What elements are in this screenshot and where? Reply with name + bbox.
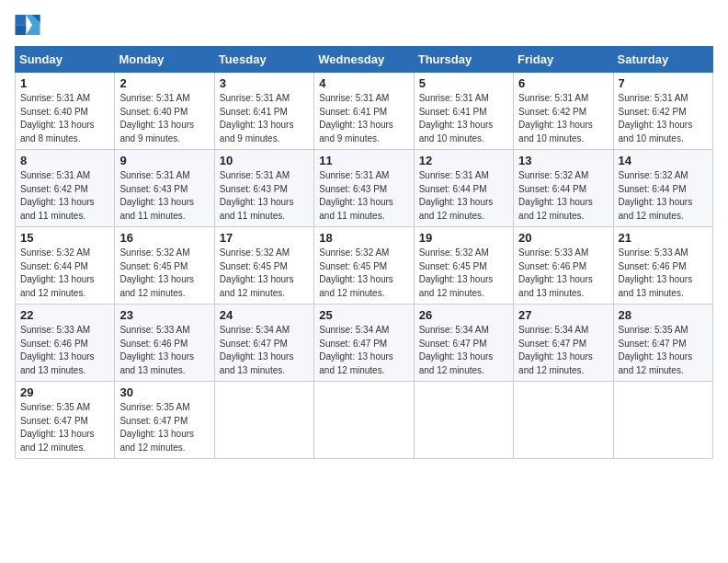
day-info: Sunrise: 5:32 AMSunset: 6:44 PMDaylight:… <box>20 247 95 298</box>
day-number: 19 <box>419 231 508 245</box>
day-info: Sunrise: 5:34 AMSunset: 6:47 PMDaylight:… <box>419 325 494 375</box>
calendar-day-cell: 25Sunrise: 5:34 AMSunset: 6:47 PMDayligh… <box>314 304 414 382</box>
calendar-day-cell: 30Sunrise: 5:35 AMSunset: 6:47 PMDayligh… <box>115 382 214 459</box>
day-number: 3 <box>220 76 309 90</box>
calendar-day-cell: 5Sunrise: 5:31 AMSunset: 6:41 PMDaylight… <box>414 73 513 150</box>
day-number: 29 <box>20 385 109 399</box>
day-number: 21 <box>619 231 708 245</box>
day-number: 28 <box>619 308 708 322</box>
day-info: Sunrise: 5:34 AMSunset: 6:47 PMDaylight:… <box>220 325 294 375</box>
day-number: 27 <box>518 308 608 322</box>
day-number: 25 <box>319 308 408 322</box>
day-info: Sunrise: 5:32 AMSunset: 6:44 PMDaylight:… <box>619 170 693 221</box>
calendar-row: 1Sunrise: 5:31 AMSunset: 6:40 PMDaylight… <box>16 73 713 150</box>
logo-icon <box>15 15 40 35</box>
weekday-header-monday: Monday <box>115 47 214 73</box>
day-info: Sunrise: 5:35 AMSunset: 6:47 PMDaylight:… <box>119 402 194 453</box>
day-number: 14 <box>619 154 708 167</box>
calendar-day-cell: 12Sunrise: 5:31 AMSunset: 6:44 PMDayligh… <box>414 150 513 227</box>
day-number: 20 <box>518 231 608 245</box>
day-info: Sunrise: 5:31 AMSunset: 6:42 PMDaylight:… <box>518 93 593 144</box>
calendar-day-cell: 13Sunrise: 5:32 AMSunset: 6:44 PMDayligh… <box>514 150 613 227</box>
day-info: Sunrise: 5:31 AMSunset: 6:41 PMDaylight:… <box>419 93 494 144</box>
day-info: Sunrise: 5:32 AMSunset: 6:45 PMDaylight:… <box>419 247 494 298</box>
calendar-day-cell <box>414 382 513 459</box>
day-number: 5 <box>419 76 508 90</box>
calendar-day-cell: 15Sunrise: 5:32 AMSunset: 6:44 PMDayligh… <box>16 227 115 304</box>
calendar-day-cell: 19Sunrise: 5:32 AMSunset: 6:45 PMDayligh… <box>414 227 513 304</box>
calendar-day-cell: 28Sunrise: 5:35 AMSunset: 6:47 PMDayligh… <box>613 304 712 382</box>
weekday-header-tuesday: Tuesday <box>214 47 313 73</box>
day-number: 26 <box>419 308 508 322</box>
day-info: Sunrise: 5:32 AMSunset: 6:45 PMDaylight:… <box>319 247 393 298</box>
calendar-day-cell: 9Sunrise: 5:31 AMSunset: 6:43 PMDaylight… <box>115 150 214 227</box>
calendar-day-cell <box>613 382 712 459</box>
day-number: 11 <box>319 154 408 167</box>
calendar-table: SundayMondayTuesdayWednesdayThursdayFrid… <box>15 46 713 459</box>
day-number: 8 <box>20 154 109 167</box>
calendar-day-cell: 21Sunrise: 5:33 AMSunset: 6:46 PMDayligh… <box>613 227 712 304</box>
day-info: Sunrise: 5:33 AMSunset: 6:46 PMDaylight:… <box>619 247 693 298</box>
day-info: Sunrise: 5:33 AMSunset: 6:46 PMDaylight:… <box>119 325 194 375</box>
calendar-day-cell: 20Sunrise: 5:33 AMSunset: 6:46 PMDayligh… <box>514 227 613 304</box>
weekday-header-friday: Friday <box>514 47 613 73</box>
calendar-day-cell: 8Sunrise: 5:31 AMSunset: 6:42 PMDaylight… <box>16 150 115 227</box>
weekday-header-saturday: Saturday <box>613 47 712 73</box>
day-info: Sunrise: 5:34 AMSunset: 6:47 PMDaylight:… <box>518 325 593 375</box>
day-number: 10 <box>220 154 309 167</box>
svg-rect-1 <box>15 26 26 35</box>
day-number: 17 <box>220 231 309 245</box>
day-number: 16 <box>119 231 209 245</box>
calendar-day-cell: 26Sunrise: 5:34 AMSunset: 6:47 PMDayligh… <box>414 304 513 382</box>
calendar-day-cell <box>514 382 613 459</box>
day-number: 13 <box>518 154 608 167</box>
calendar-body: 1Sunrise: 5:31 AMSunset: 6:40 PMDaylight… <box>16 73 713 459</box>
weekday-header-sunday: Sunday <box>16 47 115 73</box>
day-number: 4 <box>319 76 408 90</box>
calendar-day-cell: 16Sunrise: 5:32 AMSunset: 6:45 PMDayligh… <box>115 227 214 304</box>
calendar-day-cell <box>314 382 414 459</box>
svg-rect-0 <box>15 15 26 26</box>
calendar-day-cell: 24Sunrise: 5:34 AMSunset: 6:47 PMDayligh… <box>214 304 313 382</box>
page-header <box>15 15 713 35</box>
calendar-row: 8Sunrise: 5:31 AMSunset: 6:42 PMDaylight… <box>16 150 713 227</box>
calendar-day-cell: 11Sunrise: 5:31 AMSunset: 6:43 PMDayligh… <box>314 150 414 227</box>
day-number: 18 <box>319 231 408 245</box>
day-info: Sunrise: 5:31 AMSunset: 6:42 PMDaylight:… <box>619 93 693 144</box>
weekday-header-thursday: Thursday <box>414 47 513 73</box>
calendar-day-cell: 10Sunrise: 5:31 AMSunset: 6:43 PMDayligh… <box>214 150 313 227</box>
calendar-day-cell: 23Sunrise: 5:33 AMSunset: 6:46 PMDayligh… <box>115 304 214 382</box>
day-info: Sunrise: 5:35 AMSunset: 6:47 PMDaylight:… <box>619 325 693 375</box>
calendar-row: 22Sunrise: 5:33 AMSunset: 6:46 PMDayligh… <box>16 304 713 382</box>
calendar-row: 29Sunrise: 5:35 AMSunset: 6:47 PMDayligh… <box>16 382 713 459</box>
day-number: 15 <box>20 231 109 245</box>
day-info: Sunrise: 5:31 AMSunset: 6:43 PMDaylight:… <box>220 170 294 221</box>
calendar-day-cell: 7Sunrise: 5:31 AMSunset: 6:42 PMDaylight… <box>613 73 712 150</box>
day-number: 23 <box>119 308 209 322</box>
day-number: 24 <box>220 308 309 322</box>
calendar-day-cell: 4Sunrise: 5:31 AMSunset: 6:41 PMDaylight… <box>314 73 414 150</box>
day-number: 12 <box>419 154 508 167</box>
calendar-header: SundayMondayTuesdayWednesdayThursdayFrid… <box>16 47 713 73</box>
day-number: 9 <box>119 154 209 167</box>
day-info: Sunrise: 5:31 AMSunset: 6:43 PMDaylight:… <box>119 170 194 221</box>
day-number: 30 <box>119 385 209 399</box>
day-number: 6 <box>518 76 608 90</box>
day-number: 22 <box>20 308 109 322</box>
logo <box>15 15 44 35</box>
day-number: 7 <box>619 76 708 90</box>
weekday-header-row: SundayMondayTuesdayWednesdayThursdayFrid… <box>16 47 713 73</box>
day-info: Sunrise: 5:33 AMSunset: 6:46 PMDaylight:… <box>518 247 593 298</box>
day-info: Sunrise: 5:33 AMSunset: 6:46 PMDaylight:… <box>20 325 95 375</box>
calendar-day-cell: 6Sunrise: 5:31 AMSunset: 6:42 PMDaylight… <box>514 73 613 150</box>
weekday-header-wednesday: Wednesday <box>314 47 414 73</box>
calendar-day-cell: 17Sunrise: 5:32 AMSunset: 6:45 PMDayligh… <box>214 227 313 304</box>
day-info: Sunrise: 5:31 AMSunset: 6:41 PMDaylight:… <box>220 93 294 144</box>
day-info: Sunrise: 5:32 AMSunset: 6:44 PMDaylight:… <box>518 170 593 221</box>
day-info: Sunrise: 5:31 AMSunset: 6:43 PMDaylight:… <box>319 170 393 221</box>
calendar-day-cell: 27Sunrise: 5:34 AMSunset: 6:47 PMDayligh… <box>514 304 613 382</box>
day-info: Sunrise: 5:32 AMSunset: 6:45 PMDaylight:… <box>220 247 294 298</box>
day-info: Sunrise: 5:31 AMSunset: 6:44 PMDaylight:… <box>419 170 494 221</box>
calendar-day-cell: 1Sunrise: 5:31 AMSunset: 6:40 PMDaylight… <box>16 73 115 150</box>
calendar-row: 15Sunrise: 5:32 AMSunset: 6:44 PMDayligh… <box>16 227 713 304</box>
